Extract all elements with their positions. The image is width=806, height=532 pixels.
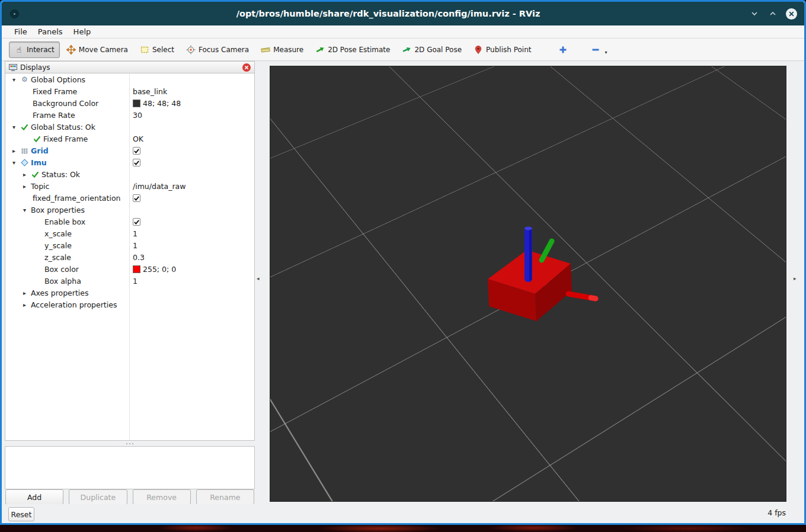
displays-panel-close-button[interactable] [242,63,251,72]
move-camera-icon [66,45,76,55]
3d-viewport[interactable] [270,66,786,502]
color-swatch[interactable] [133,100,140,107]
menu-item-panels[interactable]: Panels [33,26,68,37]
property-label: Fixed Frame [33,87,77,96]
tool-select[interactable]: Select [135,41,180,58]
property-value[interactable] [130,147,140,155]
value-text: 255; 0; 0 [143,265,176,274]
tool-move-camera[interactable]: Move Camera [61,41,133,58]
property-value[interactable]: 30 [130,111,142,120]
expand-arrow-icon[interactable]: ▸ [23,171,31,178]
tree-row[interactable]: Enable box [5,216,254,227]
checkbox[interactable] [133,159,140,166]
tree-row[interactable]: ▸Acceleration properties [5,299,254,310]
property-label: z_scale [44,253,71,262]
collapse-right-button[interactable]: ▸ [794,275,797,281]
property-value[interactable]: 255; 0; 0 [130,265,176,274]
tool-focus-camera[interactable]: Focus Camera [181,41,254,58]
tree-row[interactable]: ▾⚙Global Options [5,73,254,85]
property-value[interactable]: 1 [130,229,137,238]
window-menu-button[interactable] [10,9,19,18]
property-value[interactable]: base_link [130,87,167,96]
collapse-arrow-icon[interactable]: ▾ [12,124,20,130]
tool-measure[interactable]: Measure [255,41,309,58]
maximize-button[interactable] [767,8,778,19]
reset-button[interactable]: Reset [8,507,34,521]
tool-2d-goal-pose[interactable]: 2D Goal Pose [396,41,467,58]
add-tool-button[interactable] [553,41,576,58]
add-button[interactable]: Add [5,489,63,505]
tree-row[interactable]: z_scale0.3 [5,251,254,263]
value-text: base_link [133,87,167,96]
panel-splitter-handle[interactable] [5,441,255,446]
property-value[interactable] [130,159,140,166]
tree-row[interactable]: Fixed FrameOK [5,133,254,145]
value-text: 1 [133,277,137,286]
collapse-arrow-icon[interactable]: ▾ [12,159,20,166]
color-swatch[interactable] [133,265,140,273]
property-label: Axes properties [31,289,89,297]
rviz-window: /opt/bros/humble/share/rdk_visualization… [0,0,806,525]
expand-arrow-icon[interactable]: ▸ [23,302,31,308]
title-bar[interactable]: /opt/bros/humble/share/rdk_visualization… [2,2,804,25]
expand-arrow-icon[interactable]: ▸ [23,183,31,190]
collapse-arrow-icon[interactable]: ▾ [12,76,20,83]
displays-tree[interactable]: ▾⚙Global OptionsFixed Framebase_linkBack… [5,73,255,441]
tree-row[interactable]: ▾Box properties [5,204,254,216]
property-value[interactable] [130,194,140,202]
tree-row[interactable]: Box alpha1 [5,275,254,287]
property-label: Box properties [31,206,85,214]
checkbox[interactable] [133,194,140,202]
tree-row[interactable]: fixed_frame_orientation [5,192,254,204]
tree-row[interactable]: ▸Grid [5,145,254,156]
tree-row[interactable]: ▸Axes properties [5,287,254,299]
collapse-left-button[interactable]: ◂ [257,275,260,281]
tool-publish-point[interactable]: Publish Point [468,41,536,58]
property-label: Frame Rate [33,111,75,120]
tool-interact[interactable]: ☝ Interact [9,41,60,58]
checkbox[interactable] [133,147,140,155]
expand-arrow-icon[interactable]: ▸ [12,148,20,154]
property-value[interactable]: OK [130,134,143,143]
remove-button[interactable]: Remove [133,489,191,505]
tree-row[interactable]: Background Color48; 48; 48 [5,97,254,109]
dropdown-caret-icon[interactable]: ▾ [604,50,607,55]
minimize-button[interactable] [749,8,760,19]
tree-row[interactable]: ▸Status: Ok [5,168,254,180]
close-icon [788,11,795,17]
tree-row[interactable]: Frame Rate30 [5,109,254,121]
focus-camera-icon [186,45,196,55]
tool-2d-pose-estimate[interactable]: 2D Pose Estimate [310,41,395,58]
checkbox[interactable] [133,218,140,226]
tree-row[interactable]: Box color255; 0; 0 [5,263,254,275]
imu-model [270,66,786,502]
property-label: Acceleration properties [31,300,117,309]
tree-row[interactable]: Fixed Framebase_link [5,85,254,97]
expand-arrow-icon[interactable]: ▸ [23,290,31,296]
rename-button[interactable]: Rename [196,489,254,505]
displays-panel: Displays ▾⚙Global OptionsFixed Framebase… [5,61,255,505]
close-button[interactable] [786,8,797,20]
menu-item-help[interactable]: Help [68,26,97,37]
menu-item-file[interactable]: File [9,26,33,37]
property-value[interactable]: /imu/data_raw [130,182,185,191]
tree-row[interactable]: x_scale1 [5,227,254,239]
property-label: Grid [31,146,49,155]
tool-label: 2D Goal Pose [414,46,462,54]
x-axis-tip [591,298,596,299]
property-value[interactable] [130,218,140,226]
property-value[interactable]: 0.3 [130,253,145,262]
remove-tool-button[interactable]: ▾ [586,41,615,58]
tree-row[interactable]: y_scale1 [5,239,254,251]
property-value[interactable]: 1 [130,241,137,250]
value-text: OK [133,134,143,143]
duplicate-button[interactable]: Duplicate [69,489,127,505]
property-value[interactable]: 48; 48; 48 [130,99,181,108]
tree-row[interactable]: ▾Imu [5,156,254,168]
property-label: Topic [31,182,49,191]
property-value[interactable]: 1 [130,277,137,286]
collapse-arrow-icon[interactable]: ▾ [23,207,31,213]
tree-row[interactable]: ▾Global Status: Ok [5,121,254,133]
displays-panel-header[interactable]: Displays [5,61,255,73]
tree-row[interactable]: ▸Topic/imu/data_raw [5,180,254,192]
